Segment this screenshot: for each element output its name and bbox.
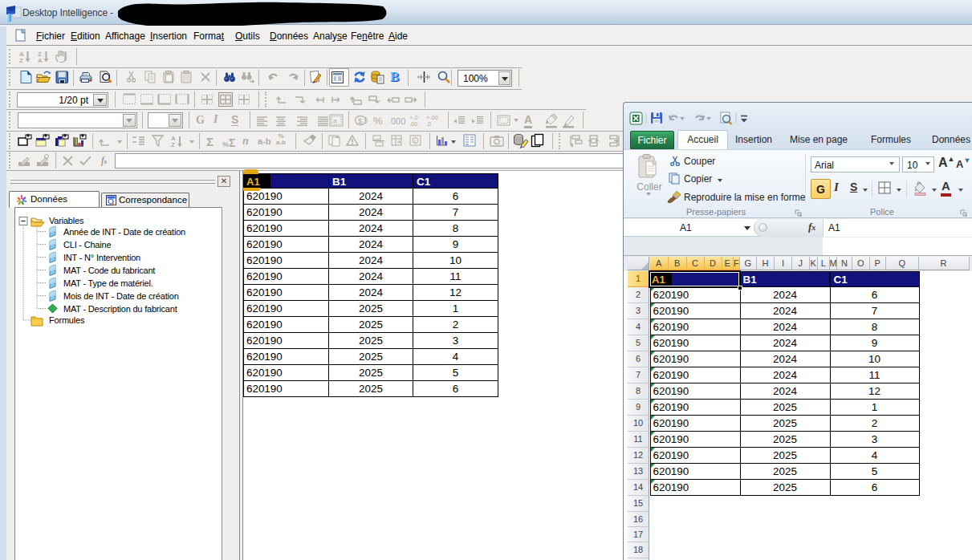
svg-text:.00: .00 bbox=[409, 120, 417, 128]
svg-text:Z: Z bbox=[171, 141, 175, 148]
svg-text:.0: .0 bbox=[426, 120, 431, 128]
svg-text:i: i bbox=[414, 138, 416, 144]
svg-text:Z: Z bbox=[19, 57, 23, 64]
svg-text:A: A bbox=[38, 57, 43, 64]
svg-text:B: B bbox=[390, 71, 399, 84]
svg-text:a: a bbox=[333, 117, 337, 124]
svg-text:$: $ bbox=[358, 117, 362, 125]
